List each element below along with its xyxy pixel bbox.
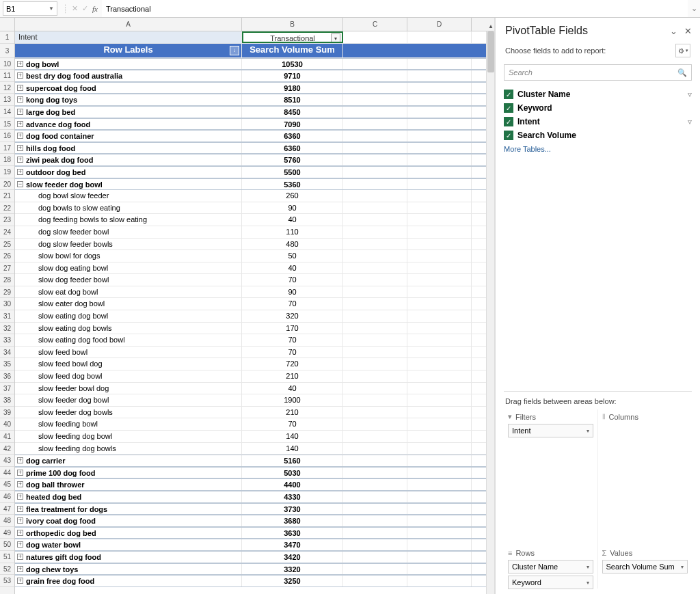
expand-icon[interactable]: +: [17, 530, 23, 536]
pivot-parent-row[interactable]: +prime 100 dog food5030: [15, 467, 494, 479]
row-number[interactable]: 17: [0, 142, 14, 154]
pivot-row-value[interactable]: 5360: [242, 179, 343, 190]
panel-close-icon[interactable]: ✕: [684, 26, 692, 36]
row-number[interactable]: 1: [0, 31, 14, 44]
pivot-row-label[interactable]: slow eating dog bowl: [15, 310, 242, 322]
grid-cells[interactable]: IntentTransactional▾Row Labels↓Search Vo…: [15, 31, 494, 594]
more-tables-link[interactable]: More Tables...: [504, 142, 692, 153]
pivot-row-label[interactable]: +prime 100 dog food: [15, 468, 242, 478]
pivot-row-value[interactable]: 70: [242, 418, 343, 430]
pivot-parent-row[interactable]: +best dry dog food australia9710: [15, 70, 494, 82]
pivot-parent-row[interactable]: +hills dog food6360: [15, 142, 494, 154]
pivot-row-label[interactable]: slow dog feeder bowl: [15, 274, 242, 286]
row-number[interactable]: 23: [0, 214, 14, 226]
row-number[interactable]: 30: [0, 298, 14, 310]
pivot-row-value[interactable]: 140: [242, 431, 343, 442]
filter-dropdown-icon[interactable]: ▾: [331, 33, 340, 43]
field-item[interactable]: ✓Intent▿: [504, 115, 692, 129]
pivot-child-row[interactable]: slow feeding dog bowl140: [15, 431, 494, 443]
pivot-row-value[interactable]: 5030: [242, 468, 343, 478]
expand-icon[interactable]: +: [17, 109, 23, 115]
field-item[interactable]: ✓Cluster Name▿: [504, 87, 692, 101]
pivot-row-label[interactable]: +advance dog food: [15, 119, 242, 130]
pivot-child-row[interactable]: slow eating dog bowls170: [15, 323, 494, 335]
area-field-item[interactable]: Cluster Name▾: [508, 560, 593, 573]
pivot-row-value[interactable]: 6360: [242, 143, 343, 154]
pivot-row-label[interactable]: dog feeding bowls to slow eating: [15, 214, 242, 226]
formula-input[interactable]: Transactional: [102, 0, 688, 17]
row-number[interactable]: 33: [0, 334, 14, 347]
pivot-row-label[interactable]: +flea treatment for dogs: [15, 504, 242, 515]
pivot-row-value[interactable]: 3250: [242, 576, 343, 586]
expand-icon[interactable]: +: [17, 85, 23, 91]
expand-icon[interactable]: +: [17, 61, 23, 67]
pivot-row-value[interactable]: 50: [242, 250, 343, 262]
pivot-row-value[interactable]: 40: [242, 214, 343, 226]
pivot-row-value[interactable]: 8450: [242, 107, 343, 118]
values-area[interactable]: ΣValues Search Volume Sum▾: [598, 546, 692, 589]
pivot-child-row[interactable]: slow feed bowl dog720: [15, 358, 494, 370]
pivot-row-label[interactable]: +dog chew toys: [15, 564, 242, 575]
pivot-row-label[interactable]: dog slow feeder bowls: [15, 239, 242, 250]
expand-icon[interactable]: +: [17, 481, 23, 487]
pivot-row-value[interactable]: 90: [242, 286, 343, 298]
row-number[interactable]: 46: [0, 491, 14, 503]
row-number[interactable]: 3: [0, 44, 14, 58]
pivot-child-row[interactable]: dog feeding bowls to slow eating40: [15, 214, 494, 226]
filter-value-cell[interactable]: Transactional▾: [242, 31, 343, 43]
pivot-row-label[interactable]: +orthopedic dog bed: [15, 528, 242, 539]
pivot-child-row[interactable]: slow feed bowl70: [15, 347, 494, 359]
field-item[interactable]: ✓Search Volume: [504, 129, 692, 142]
pivot-child-row[interactable]: slow bowl for dogs50: [15, 250, 494, 262]
values-header[interactable]: Search Volume Sum: [242, 44, 343, 57]
expand-icon[interactable]: +: [17, 517, 23, 524]
pivot-child-row[interactable]: slow eating dog food bowl70: [15, 334, 494, 347]
row-number[interactable]: 53: [0, 575, 14, 587]
pivot-row-label[interactable]: slow feed bowl dog: [15, 358, 242, 370]
pivot-parent-row[interactable]: +heated dog bed4330: [15, 491, 494, 503]
pivot-row-label[interactable]: slow eat dog bowl: [15, 286, 242, 298]
field-search-input[interactable]: Search 🔍: [504, 64, 692, 81]
row-number[interactable]: 49: [0, 527, 14, 539]
pivot-row-value[interactable]: 70: [242, 298, 343, 310]
row-number[interactable]: 52: [0, 563, 14, 576]
expand-icon[interactable]: +: [17, 578, 23, 584]
pivot-row-value[interactable]: 3630: [242, 528, 343, 539]
pivot-row-value[interactable]: 70: [242, 274, 343, 286]
pivot-row-value[interactable]: 5160: [242, 455, 343, 466]
row-number[interactable]: 21: [0, 190, 14, 202]
select-all-corner[interactable]: [0, 18, 15, 31]
pivot-row-value[interactable]: 40: [242, 383, 343, 394]
formula-expand-icon[interactable]: ⌄: [688, 0, 700, 17]
pivot-row-label[interactable]: slow feeding dog bowls: [15, 443, 242, 455]
vertical-scrollbar[interactable]: ▲: [486, 31, 494, 594]
area-field-item[interactable]: Search Volume Sum▾: [602, 560, 688, 573]
pivot-row-label[interactable]: +dog water bowl: [15, 539, 242, 550]
pivot-parent-row[interactable]: +dog chew toys3320: [15, 563, 494, 576]
row-number[interactable]: 40: [0, 418, 14, 431]
row-number[interactable]: 41: [0, 431, 14, 443]
pivot-row-label[interactable]: +dog bowl: [15, 59, 242, 70]
fx-icon[interactable]: fx: [92, 5, 98, 13]
pivot-child-row[interactable]: slow dog eating bowl40: [15, 262, 494, 275]
pivot-row-label[interactable]: slow eating dog food bowl: [15, 334, 242, 346]
expand-icon[interactable]: +: [17, 506, 23, 512]
chevron-down-icon[interactable]: ▾: [587, 428, 589, 434]
checkbox-checked-icon[interactable]: ✓: [504, 117, 513, 126]
expand-icon[interactable]: +: [17, 566, 23, 572]
row-number[interactable]: 39: [0, 407, 14, 419]
area-field-item[interactable]: Keyword▾: [508, 576, 593, 589]
pivot-parent-row[interactable]: +ivory coat dog food3680: [15, 515, 494, 527]
pivot-parent-row[interactable]: +advance dog food7090: [15, 118, 494, 131]
row-number[interactable]: 28: [0, 274, 14, 286]
scroll-thumb[interactable]: [487, 31, 494, 72]
row-number[interactable]: 34: [0, 347, 14, 359]
column-header-c[interactable]: C: [343, 18, 407, 31]
funnel-icon[interactable]: ▿: [688, 117, 692, 126]
pivot-row-label[interactable]: +best dry dog food australia: [15, 70, 242, 81]
checkbox-checked-icon[interactable]: ✓: [504, 103, 513, 113]
pivot-child-row[interactable]: dog slow feeder bowls480: [15, 239, 494, 251]
row-number[interactable]: 27: [0, 262, 14, 275]
pivot-row-value[interactable]: 4330: [242, 491, 343, 502]
pivot-parent-row[interactable]: +kong dog toys8510: [15, 94, 494, 106]
